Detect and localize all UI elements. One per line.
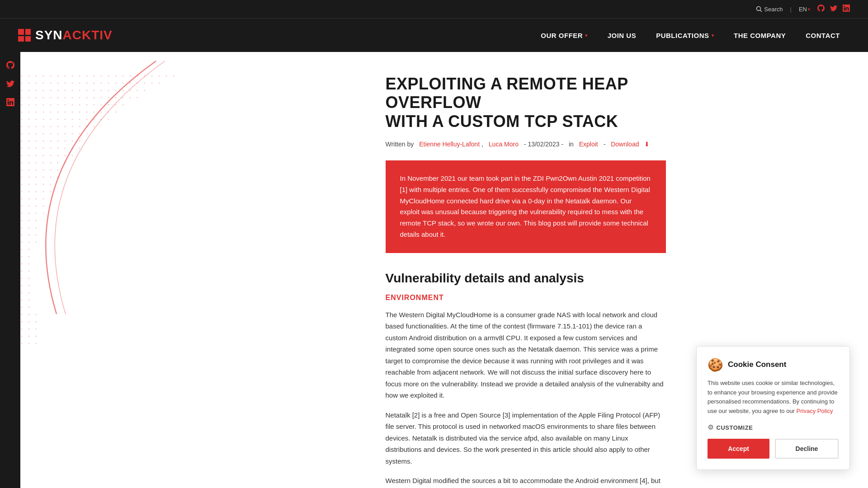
accept-button[interactable]: Accept xyxy=(708,439,769,459)
nav-our-offer[interactable]: OUR OFFER ▾ xyxy=(531,19,597,52)
author2-link[interactable]: Luca Moro xyxy=(489,141,519,148)
download-icon: ⬇ xyxy=(644,141,650,148)
search-icon xyxy=(756,6,762,12)
dot-pattern-svg xyxy=(20,52,179,368)
linkedin-icon-sidebar[interactable] xyxy=(6,98,14,108)
author1-link[interactable]: Etienne Helluy-Lafont xyxy=(419,141,480,148)
written-by-label: Written by xyxy=(386,141,414,148)
nav-contact[interactable]: CONTACT xyxy=(796,19,850,52)
top-bar: Search | EN ▾ xyxy=(0,0,868,18)
language-selector[interactable]: EN ▾ xyxy=(799,6,810,13)
logo-syn: SYN xyxy=(35,28,63,42)
sidebar-social xyxy=(0,52,20,488)
logo-link[interactable]: SYNACKTIV xyxy=(18,28,113,42)
navbar: SYNACKTIV OUR OFFER ▾ JOIN US PUBLICATIO… xyxy=(0,18,868,52)
search-label: Search xyxy=(764,6,783,13)
logo-grid-icon xyxy=(18,29,31,42)
svg-line-1 xyxy=(760,10,762,12)
nav-join-us[interactable]: JOIN US xyxy=(598,19,646,52)
cookie-text: This website uses cookie or similar tech… xyxy=(708,379,839,416)
cookie-icon: 🍪 xyxy=(708,357,723,372)
linkedin-icon-top[interactable] xyxy=(843,5,850,14)
customize-label: CUSTOMIZE xyxy=(717,424,753,431)
nav-our-offer-arrow: ▾ xyxy=(585,33,588,38)
cookie-title: Cookie Consent xyxy=(728,360,786,369)
nav-publications[interactable]: PUBLICATIONS ▾ xyxy=(646,19,724,52)
nav-publications-arrow: ▾ xyxy=(712,33,714,38)
separator: | xyxy=(790,6,792,13)
section1-para2: Netatalk [2] is a free and Open Source [… xyxy=(386,409,666,467)
cookie-buttons: Accept Decline xyxy=(708,439,839,459)
svg-rect-3 xyxy=(20,52,179,368)
twitter-icon-top[interactable] xyxy=(830,5,837,14)
article-date: - 13/02/2023 - xyxy=(524,141,563,148)
privacy-policy-link[interactable]: Privacy Policy xyxy=(797,408,833,414)
section1-sub1: ENVIRONMENT xyxy=(386,294,666,302)
intro-text: In November 2021 our team took part in t… xyxy=(400,173,651,240)
logo-text: SYNACKTIV xyxy=(35,28,113,42)
twitter-icon-sidebar[interactable] xyxy=(6,80,14,90)
section1-para3: Western Digital modified the sources a b… xyxy=(386,475,666,488)
cookie-header: 🍪 Cookie Consent xyxy=(708,357,839,372)
nav-links: OUR OFFER ▾ JOIN US PUBLICATIONS ▾ THE C… xyxy=(531,19,850,52)
social-icons-topbar xyxy=(817,5,850,14)
lang-arrow-icon: ▾ xyxy=(808,7,810,12)
download-link[interactable]: Download ⬇ xyxy=(611,141,650,148)
github-icon-top[interactable] xyxy=(817,5,825,14)
intro-box: In November 2021 our team took part in t… xyxy=(386,160,666,253)
article-meta: Written by Etienne Helluy-Lafont , Luca … xyxy=(386,141,666,148)
article-wrapper: EXPLOITING A REMOTE HEAP OVERFLOW WITH A… xyxy=(196,52,693,488)
section1-para1: The Western Digital MyCloudHome is a con… xyxy=(386,309,666,401)
logo-acktiv: ACKTIV xyxy=(63,28,113,42)
svg-point-0 xyxy=(757,7,761,11)
github-icon-sidebar[interactable] xyxy=(6,61,14,71)
search-button[interactable]: Search xyxy=(756,6,783,13)
category-link[interactable]: Exploit xyxy=(579,141,598,148)
gear-icon: ⚙ xyxy=(708,423,714,432)
nav-the-company[interactable]: THE COMPANY xyxy=(724,19,796,52)
customize-button[interactable]: ⚙ CUSTOMIZE xyxy=(708,423,839,432)
lang-label: EN xyxy=(799,6,807,13)
decline-button[interactable]: Decline xyxy=(775,439,839,459)
hero-background xyxy=(20,52,179,488)
article-title: EXPLOITING A REMOTE HEAP OVERFLOW WITH A… xyxy=(386,75,666,131)
section1-title: Vulnerability details and analysis xyxy=(386,271,666,286)
cookie-consent-dialog: 🍪 Cookie Consent This website uses cooki… xyxy=(696,346,850,470)
